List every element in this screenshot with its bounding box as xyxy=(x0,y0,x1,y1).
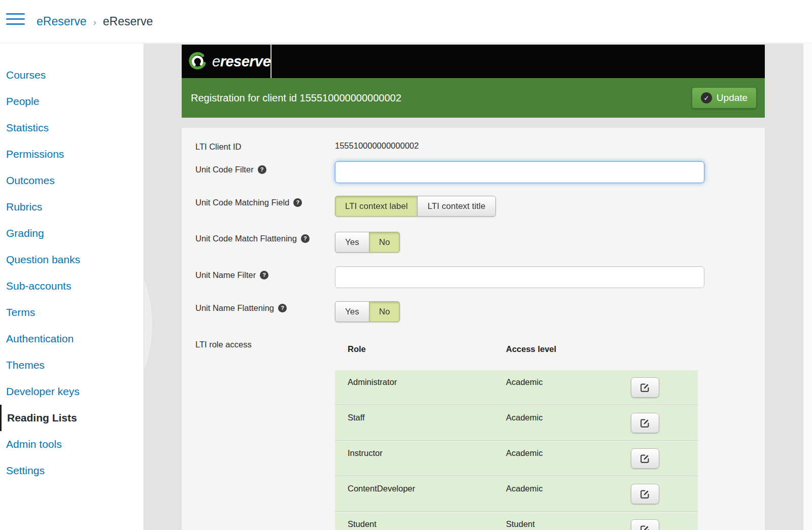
sidebar-item[interactable]: Statistics xyxy=(0,115,144,141)
unit-name-flattening-label: Unit Name Flattening ? xyxy=(195,302,287,313)
sidebar-item[interactable]: People xyxy=(0,88,144,115)
role-cell: Instructor xyxy=(348,448,383,458)
table-row: Staff Academic xyxy=(335,406,698,440)
help-icon[interactable]: ? xyxy=(301,234,310,243)
edit-role-button[interactable] xyxy=(631,448,659,469)
unit-name-flattening-toggle: Yes No xyxy=(335,301,400,322)
unit-code-match-flattening-label: Unit Code Match Flattening ? xyxy=(195,233,310,244)
screen: eReserve › eReserve Courses People Stati… xyxy=(0,0,812,530)
edit-role-button[interactable] xyxy=(631,377,659,398)
sidebar-item[interactable]: Authentication xyxy=(0,326,144,352)
no-option[interactable]: No xyxy=(369,301,400,322)
breadcrumb-parent-link[interactable]: eReserve xyxy=(37,15,86,28)
pencil-square-icon xyxy=(640,524,650,530)
help-icon[interactable]: ? xyxy=(260,271,268,279)
yes-option[interactable]: Yes xyxy=(335,232,369,253)
ereserve-swirl-icon xyxy=(188,52,207,71)
unit-code-matching-field-label: Unit Code Matching Field ? xyxy=(195,197,302,208)
sidebar-item[interactable]: Themes xyxy=(0,352,144,378)
no-option[interactable]: No xyxy=(369,232,400,253)
role-cell: Staff xyxy=(348,413,365,422)
table-row: Administrator Academic xyxy=(335,370,698,405)
edit-role-button[interactable] xyxy=(631,413,659,433)
check-circle-icon: ✓ xyxy=(701,92,712,103)
unit-code-matching-field-toggle: LTI context label LTI context title xyxy=(335,196,496,217)
sidebar-item[interactable]: Courses xyxy=(0,62,144,88)
access-level-cell: Academic xyxy=(506,448,543,458)
lti-role-access-label: LTI role access xyxy=(195,339,252,350)
sidebar-item[interactable]: Rubrics xyxy=(0,194,144,220)
sidebar-item[interactable]: Settings xyxy=(0,457,144,484)
unit-code-filter-label: Unit Code Filter ? xyxy=(195,164,266,175)
background-watermark xyxy=(144,193,152,456)
unit-name-filter-input[interactable] xyxy=(335,266,704,288)
pencil-square-icon xyxy=(640,418,650,428)
sidebar-item[interactable]: Outcomes xyxy=(0,167,144,194)
breadcrumb-current[interactable]: eReserve xyxy=(103,15,153,28)
access-level-cell: Academic xyxy=(506,484,543,493)
registration-form-panel: LTI Client ID 155510000000000002 Unit Co… xyxy=(182,128,765,530)
unit-name-filter-label: Unit Name Filter ? xyxy=(195,269,268,280)
unit-code-filter-input[interactable] xyxy=(335,161,704,183)
unit-code-match-flattening-toggle: Yes No xyxy=(335,232,400,253)
ereserve-logo: ereserve xyxy=(188,45,270,78)
help-icon[interactable]: ? xyxy=(293,198,302,207)
sidebar-item[interactable]: Reading Lists xyxy=(0,405,144,431)
help-icon[interactable]: ? xyxy=(258,165,266,174)
sidebar-item[interactable]: Permissions xyxy=(0,141,144,167)
edit-role-button[interactable] xyxy=(631,484,659,504)
registration-bar: Registration for client id 1555100000000… xyxy=(182,78,765,118)
pencil-square-icon xyxy=(640,453,650,464)
lti-context-label-option[interactable]: LTI context label xyxy=(335,196,418,217)
scrollbar-track[interactable] xyxy=(803,44,812,530)
top-navigation-bar: eReserve › eReserve xyxy=(0,0,812,43)
table-row: Student Student xyxy=(335,512,698,530)
sidebar-item[interactable]: Sub-accounts xyxy=(0,273,144,299)
role-column-header: Role xyxy=(348,344,366,354)
content-area: ereserve Registration for client id 1555… xyxy=(144,44,812,530)
ereserve-header-bar: ereserve xyxy=(182,45,765,78)
access-level-cell: Academic xyxy=(506,413,543,422)
lti-context-title-option[interactable]: LTI context title xyxy=(417,196,495,217)
admin-sidebar: Courses People Statistics Permissions Ou… xyxy=(0,44,144,530)
update-button[interactable]: ✓ Update xyxy=(692,87,757,109)
yes-option[interactable]: Yes xyxy=(335,301,369,322)
role-cell: ContentDeveloper xyxy=(348,484,415,493)
pencil-square-icon xyxy=(640,382,650,393)
role-cell: Administrator xyxy=(348,377,397,387)
pencil-square-icon xyxy=(640,489,650,499)
edit-role-button[interactable] xyxy=(631,519,659,530)
registration-title: Registration for client id 1555100000000… xyxy=(191,78,401,118)
table-row: ContentDeveloper Academic xyxy=(335,477,698,511)
access-level-cell: Student xyxy=(506,519,535,529)
hamburger-menu-icon[interactable] xyxy=(6,10,25,26)
ereserve-logo-text: ereserve xyxy=(212,53,270,70)
lti-client-id-value: 155510000000000002 xyxy=(335,141,419,151)
sidebar-item[interactable]: Grading xyxy=(0,220,144,246)
help-icon[interactable]: ? xyxy=(278,304,287,312)
sidebar-item[interactable]: Developer keys xyxy=(0,378,144,405)
sidebar-item[interactable]: Terms xyxy=(0,299,144,326)
lti-client-id-label: LTI Client ID xyxy=(195,141,241,152)
table-row: Instructor Academic xyxy=(335,441,698,476)
access-level-column-header: Access level xyxy=(506,344,556,354)
role-cell: Student xyxy=(348,519,377,529)
breadcrumb-separator-icon: › xyxy=(93,16,96,28)
sidebar-item[interactable]: Admin tools xyxy=(0,431,144,457)
lti-role-access-table: Administrator Academic Staff Academic xyxy=(335,370,698,530)
header-divider xyxy=(270,45,272,78)
breadcrumb: eReserve › eReserve xyxy=(37,0,153,43)
sidebar-item[interactable]: Question banks xyxy=(0,246,144,273)
access-level-cell: Academic xyxy=(506,377,543,387)
